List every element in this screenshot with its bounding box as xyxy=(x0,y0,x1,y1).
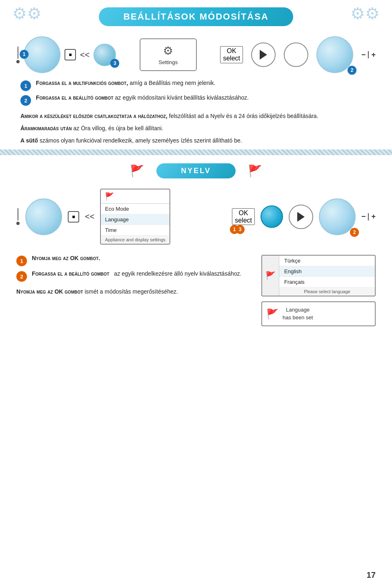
vline-dot-mid xyxy=(16,208,20,225)
main-knob-left[interactable] xyxy=(24,36,60,73)
instr-row-2: 2 Forgassa el a beállító gombot az egyik… xyxy=(20,94,372,106)
lang-flag: 🚩 xyxy=(262,256,279,296)
instr-row-1: 1 Forgassa el a multifunkciós gombot, am… xyxy=(20,80,372,91)
ok-text-mid: OK xyxy=(235,209,252,217)
badge-2-mid: 2 xyxy=(350,228,359,237)
lang-option-turkish[interactable]: Türkçe xyxy=(279,256,375,266)
instr-text-ok: Nyomja meg az OK gombot. xyxy=(32,255,100,261)
overlap-badges: 1 3 xyxy=(230,225,245,234)
circle-button-r2[interactable] xyxy=(284,42,308,67)
flag-icon-right: 🚩 xyxy=(248,164,262,178)
settings-menu-box: 🚩 Eco Mode Language Time Appliance and d… xyxy=(100,189,170,245)
instr-text-rotate: Forgassa el a beállító gombot az egyik r… xyxy=(32,270,241,277)
nyelv-oval: NYELV xyxy=(156,163,236,178)
page-title: BEÁLLÍTÁSOK MÓDOSÍTÁSA xyxy=(123,11,269,22)
plus-label: + xyxy=(371,51,376,59)
badge-3-top: 3 xyxy=(110,59,119,68)
step-badge-1: 1 xyxy=(20,80,31,91)
settings-gear-icon: ⚙ xyxy=(163,44,173,58)
square-button-mid[interactable]: ■ xyxy=(68,211,79,223)
title-bar: ⚙⚙ BEÁLLÍTÁSOK MÓDOSÍTÁSA ⚙⚙ xyxy=(0,0,392,30)
flag-icon-set: 🚩 xyxy=(266,308,278,320)
step-badge-2: 2 xyxy=(20,95,31,106)
bottom-right: 🚩 Türkçe English Français Please select … xyxy=(261,255,376,326)
language-set-text: Languagehas been set xyxy=(283,306,313,321)
badge-2-top: 2 xyxy=(347,66,356,75)
mid-panel-left: ■ << 🚩 Eco Mode Language Time Appliance … xyxy=(16,189,170,245)
dot xyxy=(16,60,20,63)
main-knob-left-mid[interactable] xyxy=(25,198,62,235)
lang-please-select: Please select language xyxy=(279,287,375,296)
vline-dot-top xyxy=(16,47,20,63)
gear-icon-right: ⚙⚙ xyxy=(350,4,380,23)
instr-text-2: Forgassa el a beállító gombot az egyik m… xyxy=(36,94,249,101)
ok-text: OK xyxy=(223,47,240,55)
settings-menu-footer: Appliance and display settings xyxy=(101,236,169,244)
minus-label: − xyxy=(361,51,366,59)
circle-button-r1[interactable] xyxy=(251,42,276,67)
settings-label: Settings xyxy=(158,59,178,65)
select-text-mid: select xyxy=(235,217,252,224)
menu-item-eco[interactable]: Eco Mode xyxy=(101,204,169,214)
menu-item-language[interactable]: Language xyxy=(101,214,169,225)
vline xyxy=(18,47,18,59)
pm-separator xyxy=(368,51,369,58)
panel-left-top: ■ << 3 1 xyxy=(16,36,116,73)
lang-options: Türkçe English Français Please select la… xyxy=(279,256,375,296)
mid-control-panel: ■ << 🚩 Eco Mode Language Time Appliance … xyxy=(0,185,392,249)
plus-minus-top: − + xyxy=(361,51,376,59)
plus-minus-mid: − + xyxy=(361,212,376,221)
lang-option-french[interactable]: Français xyxy=(279,277,375,287)
main-knob-right-mid[interactable] xyxy=(319,198,356,235)
circle-button-mid-r2[interactable] xyxy=(289,205,313,229)
ok-and-badges: OK select 1 3 xyxy=(232,208,255,225)
step-badge-rotate: 2 xyxy=(16,271,27,282)
play-icon xyxy=(260,50,267,60)
dot-mid xyxy=(16,222,20,225)
nyelv-title: NYELV xyxy=(181,167,211,175)
double-chevron-mid: << xyxy=(85,212,94,221)
bottom-instructions: 1 Nyomja meg az OK gombot. 2 Forgassa el… xyxy=(0,249,392,332)
gear-icon-left: ⚙⚙ xyxy=(12,4,42,23)
ok-select-mid[interactable]: OK select xyxy=(232,208,255,225)
panel-center-top: ⚙ Settings xyxy=(140,38,197,71)
main-knob-right[interactable] xyxy=(316,36,353,73)
flag-icon-menu: 🚩 xyxy=(105,192,114,201)
select-text: select xyxy=(223,55,240,62)
play-icon-mid xyxy=(297,212,305,222)
nyelv-section: 🚩 NYELV 🚩 xyxy=(0,159,392,183)
para-1: Amikor a készüléket először csatlakoztat… xyxy=(0,111,392,121)
instr-row-rotate: 2 Forgassa el a beállító gombot az egyik… xyxy=(16,270,245,282)
badge-1-top: 1 xyxy=(20,50,29,59)
title-oval: BEÁLLÍTÁSOK MÓDOSÍTÁSA xyxy=(99,7,293,26)
plus-label-mid: + xyxy=(371,212,376,221)
settings-box-top: ⚙ Settings xyxy=(140,38,197,71)
step-badge-ok: 1 xyxy=(16,256,27,266)
page-number: 17 xyxy=(367,570,376,580)
lang-option-english[interactable]: English xyxy=(279,266,375,277)
double-chevron: << xyxy=(80,50,89,60)
instr-text-confirm: Nyomja meg az OK gombot ismét a módosítá… xyxy=(16,288,178,295)
instr-text-1: Forgassa el a multifunkciós gombot, amíg… xyxy=(36,80,216,86)
panel-right-top: OK select 2 − + xyxy=(220,36,376,73)
minus-label-mid: − xyxy=(361,212,366,221)
flag-icon-left: 🚩 xyxy=(130,164,144,178)
flag-icon-selector: 🚩 xyxy=(265,271,276,281)
language-selector-box: 🚩 Türkçe English Français Please select … xyxy=(261,255,376,296)
square-button[interactable]: ■ xyxy=(65,49,76,60)
menu-item-time[interactable]: Time xyxy=(101,225,169,236)
language-set-box: 🚩 Languagehas been set xyxy=(261,301,376,326)
settings-menu-header: 🚩 xyxy=(101,189,169,204)
instr-row-confirm: Nyomja meg az OK gombot ismét a módosítá… xyxy=(16,288,245,295)
bottom-left: 1 Nyomja meg az OK gombot. 2 Forgassa el… xyxy=(16,255,245,298)
instr-row-ok: 1 Nyomja meg az OK gombot. xyxy=(16,255,245,266)
hatched-separator xyxy=(0,149,392,155)
mid-panel-right: OK select 1 3 2 − + xyxy=(232,198,376,235)
pm-separator-mid xyxy=(368,213,369,220)
ok-button-mid[interactable] xyxy=(261,205,283,228)
top-control-panel: ■ << 3 1 ⚙ Settings OK select 2 − xyxy=(0,32,392,77)
vline-mid xyxy=(18,208,18,220)
main-knob-right-mid-wrap: 2 xyxy=(319,198,356,235)
ok-select-top[interactable]: OK select xyxy=(220,46,243,63)
badge-3-mid: 3 xyxy=(236,225,245,234)
